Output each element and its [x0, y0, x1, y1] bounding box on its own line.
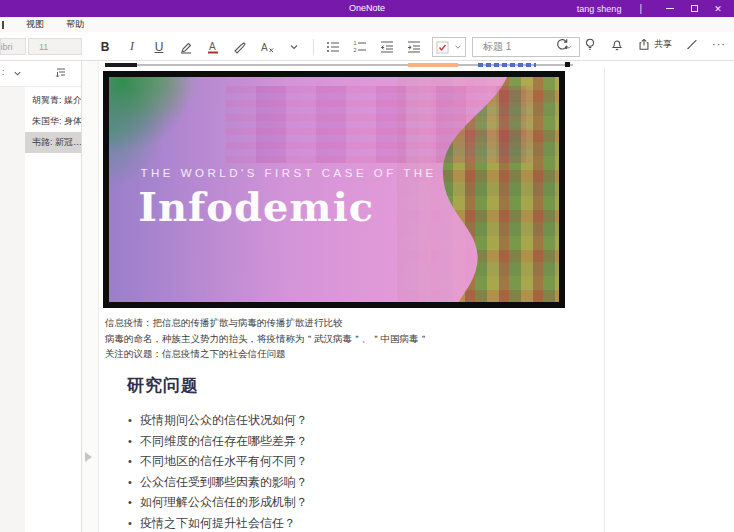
infodemic-banner-image[interactable]: THE WORLD'S FIRST CASE OF THE Infodemic — [103, 71, 565, 308]
svg-text:2: 2 — [354, 47, 357, 53]
chevron-down-icon — [289, 42, 299, 52]
menu-view[interactable]: 视图 — [26, 18, 44, 31]
numbered-list-button[interactable]: 12 — [352, 39, 368, 55]
share-icon — [637, 37, 651, 52]
outdent-button[interactable] — [379, 39, 395, 55]
navigation-strip — [0, 61, 25, 532]
sort-pages-button[interactable] — [55, 67, 67, 79]
chevron-down-icon — [13, 69, 22, 78]
clear-format-button[interactable]: A — [259, 39, 275, 55]
bullet-item: •不同地区的信任水平有何不同？ — [128, 451, 308, 472]
titlebar: OneNote tang sheng | ✕ — [0, 0, 734, 17]
font-size-input[interactable]: 11 — [28, 38, 82, 55]
menubar: 视图 帮助 — [0, 17, 734, 32]
lightbulb-icon — [583, 37, 597, 52]
share-button[interactable]: 共享 — [637, 37, 672, 52]
style-selected-label: 标题 1 — [483, 40, 511, 54]
bullet-list-icon — [325, 39, 341, 55]
bullet-item: •如何理解公众信任的形成机制？ — [128, 492, 308, 513]
bullet-item: •公众信任受到哪些因素的影响？ — [128, 472, 308, 493]
font-color-icon: A — [205, 39, 221, 55]
svg-text:A: A — [209, 41, 216, 52]
pages-pane-header: : — [0, 61, 81, 87]
todo-tag-dropdown[interactable] — [432, 37, 466, 57]
resize-handle[interactable] — [565, 62, 570, 67]
todo-tag-checkbox — [436, 41, 449, 54]
clipped-row-highlight-segment — [408, 63, 458, 67]
sync-status-icon — [555, 37, 570, 52]
highlighter-button[interactable] — [178, 39, 194, 55]
more-options-button[interactable]: ··· — [712, 38, 726, 50]
bullet-list[interactable]: •疫情期间公众的信任状况如何？ •不同维度的信任存在哪些差异？ •不同地区的信任… — [128, 410, 308, 532]
clipped-row-link-text — [478, 63, 536, 67]
minimize-icon — [666, 8, 674, 9]
banner-kicker-text: THE WORLD'S FIRST CASE OF THE — [141, 167, 437, 179]
note-text-block[interactable]: 信息疫情：把信息的传播扩散与病毒的传播扩散进行比较 病毒的命名，种族主义势力的抬… — [105, 315, 575, 362]
bullet-item: •不同维度的信任存在哪些差异？ — [128, 431, 308, 452]
close-button[interactable]: ✕ — [706, 0, 730, 17]
font-color-button[interactable]: A — [205, 39, 221, 55]
chevron-down-icon — [454, 43, 462, 51]
note-line: 关注的议题：信息疫情之下的社会信任问题 — [105, 346, 575, 362]
tell-me-button[interactable] — [583, 37, 597, 52]
indent-button[interactable] — [406, 39, 422, 55]
bell-icon — [610, 37, 624, 52]
section-heading[interactable]: 研究问题 — [127, 374, 199, 397]
restore-button[interactable] — [682, 0, 706, 17]
page-list-item[interactable]: 胡翼青: 媒介… — [25, 90, 81, 111]
titlebar-separator: | — [639, 3, 642, 14]
page-list-item[interactable]: 朱国华: 身体… — [25, 111, 81, 132]
toolbar-divider — [313, 39, 314, 55]
draw-icon — [685, 37, 699, 52]
share-label: 共享 — [654, 38, 672, 51]
format-painter-icon — [232, 39, 248, 55]
bold-button[interactable]: B — [97, 39, 113, 55]
notebook-label-clipped: : — [2, 67, 5, 77]
indent-icon — [406, 39, 422, 55]
outdent-icon — [379, 39, 395, 55]
clipped-row-black-segment — [105, 63, 137, 67]
bullet-list-button[interactable] — [325, 39, 341, 55]
font-options-dropdown[interactable] — [286, 39, 302, 55]
bullet-marker: • — [128, 513, 140, 532]
restore-icon — [691, 5, 698, 12]
user-account[interactable]: tang sheng — [577, 4, 622, 14]
page-list-item-selected[interactable]: 韦路: 新冠… — [25, 132, 81, 153]
svg-text:A: A — [261, 42, 268, 53]
italic-button[interactable]: I — [124, 39, 140, 55]
bullet-marker: • — [128, 431, 140, 452]
clear-format-icon: A — [259, 39, 275, 55]
bullet-item: •疫情期间公众的信任状况如何？ — [128, 410, 308, 431]
clipped-content-row — [99, 62, 579, 68]
bullet-item: •疫情之下如何提升社会信任？ — [128, 513, 308, 532]
highlighter-icon — [178, 39, 194, 55]
notifications-button[interactable] — [610, 37, 624, 52]
notebook-dropdown[interactable] — [13, 69, 22, 78]
bullet-marker: • — [128, 472, 140, 493]
svg-text:1: 1 — [354, 40, 357, 46]
bullet-marker: • — [128, 451, 140, 472]
sort-icon — [55, 67, 67, 79]
sync-status-button[interactable] — [555, 37, 570, 52]
formatting-toolbar: Calibri 11 B I U A A 12 — [0, 32, 734, 61]
note-line: 信息疫情：把信息的传播扩散与病毒的传播扩散进行比较 — [105, 315, 575, 331]
underline-button[interactable]: U — [151, 39, 167, 55]
clipped-menu-item — [2, 21, 4, 29]
bullet-marker: • — [128, 410, 140, 431]
font-name-input[interactable]: Calibri — [0, 38, 26, 55]
page-edge-line — [604, 67, 605, 532]
menu-help[interactable]: 帮助 — [66, 18, 84, 31]
note-line: 病毒的命名，种族主义势力的抬头，将疫情称为＂武汉病毒＂、＂中国病毒＂ — [105, 331, 575, 347]
minimize-button[interactable] — [658, 0, 682, 17]
banner-title-text: Infodemic — [138, 183, 374, 230]
banner-collage: THE WORLD'S FIRST CASE OF THE Infodemic — [109, 77, 559, 302]
numbered-list-icon: 12 — [352, 39, 368, 55]
expand-arrow-icon[interactable] — [85, 452, 92, 462]
draw-button[interactable] — [685, 37, 699, 52]
format-painter-button[interactable] — [232, 39, 248, 55]
bullet-marker: • — [128, 492, 140, 513]
